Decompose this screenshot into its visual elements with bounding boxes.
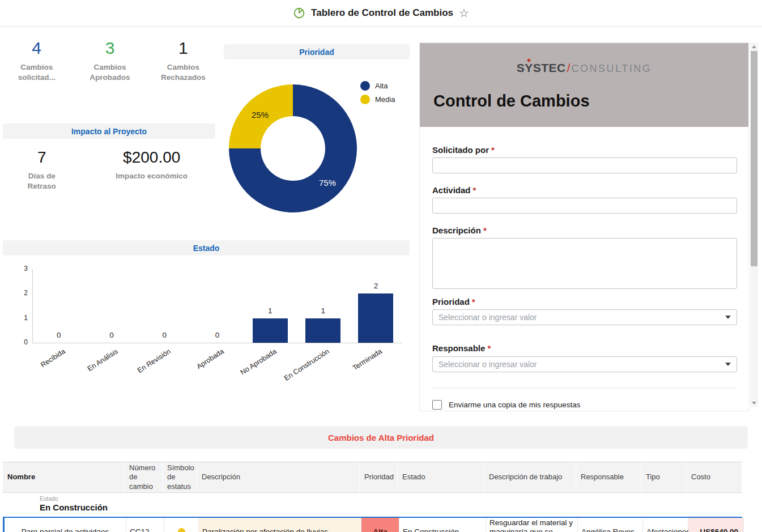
required-asterisk: * xyxy=(473,185,476,195)
impact-section-title: Impacto al Proyecto xyxy=(3,124,215,139)
x-category-label: No Aprobada xyxy=(216,347,278,391)
donut-label-media: 25% xyxy=(252,110,269,120)
x-category-label: Aprobada xyxy=(164,347,225,391)
high-priority-title: Cambios de Alta Prioridad xyxy=(328,433,434,442)
yellow-status-dot-icon xyxy=(178,528,185,532)
bar-value-label: 1 xyxy=(259,307,282,315)
label-prioridad: Prioridad* xyxy=(432,297,475,307)
donut-label-alta: 75% xyxy=(319,178,336,188)
cell-tipo: Afectaciones xyxy=(643,518,688,532)
form-divider xyxy=(432,388,736,388)
group-field-label: Estado xyxy=(40,493,742,502)
col-nombre: Nombre xyxy=(3,462,125,492)
table-row[interactable]: Paro parcial de actividaes CC12 Paraliza… xyxy=(3,517,742,532)
legend-item-media[interactable]: Media xyxy=(360,95,395,104)
estado-chart-title: Estado xyxy=(3,240,410,256)
x-category-label: En Análisis xyxy=(58,347,119,391)
col-tipo: Tipo xyxy=(641,462,687,492)
actividad-field[interactable] xyxy=(432,198,737,214)
bar-no-aprobada[interactable] xyxy=(253,318,288,343)
y-tick-label: 2 xyxy=(13,289,28,297)
y-tick-label: 1 xyxy=(13,314,28,322)
bar-value-label: 0 xyxy=(153,331,176,339)
kpi-value: 4 xyxy=(0,39,73,58)
metric-impacto-economico[interactable]: $200.00 Impacto económico xyxy=(83,148,220,191)
legend-item-alta[interactable]: Alta xyxy=(360,81,395,91)
required-asterisk: * xyxy=(483,225,487,235)
table-header-row: Nombre Número de cambio Símbolo de estat… xyxy=(3,462,742,493)
prioridad-select[interactable]: Seleccionar o ingresar valor xyxy=(432,309,737,325)
donut-legend: AltaMedia xyxy=(360,81,395,108)
scroll-up-icon[interactable] xyxy=(750,42,758,50)
donut-hole xyxy=(261,116,325,181)
group-value: En Construcción xyxy=(40,503,742,512)
metric-dias-retraso[interactable]: 7 Días de Retraso xyxy=(0,148,83,191)
y-tick-label: 3 xyxy=(13,265,28,273)
chevron-down-icon xyxy=(725,363,731,366)
bar-value-label: 0 xyxy=(48,331,70,339)
col-descripcion: Descripción xyxy=(197,462,360,492)
app-header: Tablero de Control de Cambios ☆ xyxy=(0,0,762,27)
kpi-cambios-solicitados[interactable]: 4 Cambios solicitad... xyxy=(0,39,73,82)
logo-suffix-text: CONSULTING xyxy=(572,63,652,74)
send-copy-checkbox[interactable] xyxy=(432,400,442,410)
cell-prioridad: Alta xyxy=(361,518,399,532)
metric-value: $200.00 xyxy=(83,148,220,167)
scrollbar-thumb[interactable] xyxy=(751,51,757,266)
legend-label: Alta xyxy=(375,82,388,90)
bar-value-label: 0 xyxy=(100,331,123,339)
kpi-value: 1 xyxy=(147,39,220,58)
y-axis xyxy=(32,269,33,343)
kpi-row: 4 Cambios solicitad... 3 Cambios Aprobad… xyxy=(0,39,220,82)
solicitado-por-field[interactable] xyxy=(432,158,737,173)
legend-swatch xyxy=(360,81,370,91)
x-category-label: En Revisión xyxy=(111,347,172,391)
form-scrollbar[interactable] xyxy=(750,42,758,407)
bar-terminada[interactable] xyxy=(358,293,393,343)
col-numero-de-cambio: Número de cambio xyxy=(125,462,163,492)
kpi-cambios-rechazados[interactable]: 1 Cambios Rechazados xyxy=(147,39,220,82)
x-category-label: Terminada xyxy=(322,347,384,391)
bar-value-label: 2 xyxy=(364,282,387,290)
cell-costo: US$640.00 xyxy=(688,518,744,532)
responsable-select[interactable]: Seleccionar o ingresar valor xyxy=(432,356,737,372)
legend-swatch xyxy=(360,95,370,104)
x-axis xyxy=(32,343,402,343)
logo-separator: / xyxy=(567,61,571,74)
logo-brand-text: SYSTEC xyxy=(517,61,566,74)
bar-value-label: 1 xyxy=(312,307,334,315)
high-priority-section-header: Cambios de Alta Prioridad xyxy=(14,426,748,449)
prioridad-donut-chart[interactable] xyxy=(229,84,357,212)
cell-nombre: Paro parcial de actividaes xyxy=(5,518,126,532)
y-tick-label: 0 xyxy=(13,338,28,346)
select-placeholder: Seleccionar o ingresar valor xyxy=(439,360,725,369)
required-asterisk: * xyxy=(472,297,475,307)
star-icon[interactable]: ☆ xyxy=(459,7,469,19)
form-title: Control de Cambios xyxy=(433,92,590,110)
cell-trabajo: Resguardar el material y maquinaría que … xyxy=(486,518,578,532)
systec-consulting-logo: SYSTEC/CONSULTING xyxy=(420,61,748,75)
estado-bar-chart[interactable]: 01230Recibida0En Análisis0En Revisión0Ap… xyxy=(3,262,410,384)
high-priority-table: Nombre Número de cambio Símbolo de estat… xyxy=(3,462,742,532)
label-descripcion: Descripción* xyxy=(432,225,487,235)
col-responsable: Responsable xyxy=(576,462,641,492)
kpi-cambios-aprobados[interactable]: 3 Cambios Aprobados xyxy=(73,39,146,82)
col-costo: Costo xyxy=(687,462,742,492)
col-prioridad: Prioridad xyxy=(360,462,398,492)
col-estado: Estado xyxy=(398,462,484,492)
dashboard-root: Tablero de Control de Cambios ☆ 4 Cambio… xyxy=(0,0,762,532)
send-copy-label: Enviarme una copia de mis respuestas xyxy=(449,401,581,409)
descripcion-field[interactable] xyxy=(432,238,737,289)
scroll-down-icon[interactable] xyxy=(750,399,758,407)
required-asterisk: * xyxy=(491,145,495,155)
send-copy-row: Enviarme una copia de mis respuestas xyxy=(432,400,581,410)
label-actividad: Actividad* xyxy=(432,185,476,195)
select-placeholder: Seleccionar o ingresar valor xyxy=(439,313,725,322)
table-group-row[interactable]: Estado En Construcción xyxy=(3,493,742,517)
col-simbolo-de-estatus: Símbolo de estatus xyxy=(163,462,197,492)
bar-en-construcción[interactable] xyxy=(305,318,340,343)
prioridad-chart-title: Prioridad xyxy=(224,44,410,59)
page-title: Tablero de Control de Cambios xyxy=(311,7,453,19)
cell-numero: CC12 xyxy=(126,518,164,532)
control-de-cambios-form: SYSTEC/CONSULTING Control de Cambios Sol… xyxy=(419,42,749,411)
